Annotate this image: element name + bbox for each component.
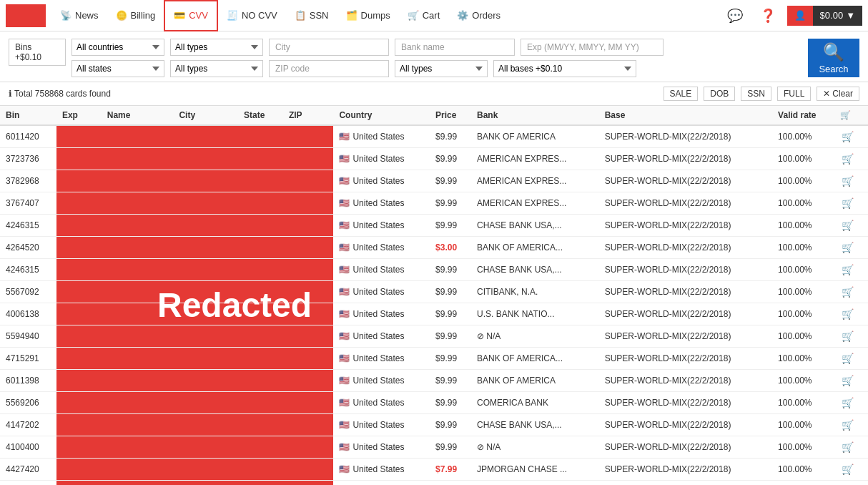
cell-country: 🇺🇸United States (333, 215, 430, 237)
table-row: 6011420XXXXXXXXXXXXXXXXXXXXXXXXXX🇺🇸Unite… (0, 125, 868, 148)
add-to-cart-button[interactable]: 🛒 (840, 351, 855, 366)
cell-bank: ⊘ N/A (471, 436, 599, 459)
cell-bin: 5569206 (0, 392, 56, 414)
cell-price: $9.99 (430, 148, 471, 170)
add-to-cart-button[interactable]: 🛒 (840, 373, 855, 388)
add-to-cart-button[interactable]: 🛒 (840, 196, 855, 210)
add-to-cart-button[interactable]: 🛒 (840, 129, 855, 144)
cell-city: XXXXXXX (173, 481, 238, 486)
cell-country: 🇺🇸United States (333, 192, 430, 215)
cell-country: 🇺🇸United States (333, 170, 430, 192)
table-row: 5594940XXXXXXXXXXXXXXXXXXXXXXXXXX🇺🇸Unite… (0, 325, 868, 348)
add-to-cart-button[interactable]: 🛒 (840, 285, 855, 299)
cell-country: 🇺🇸United States (333, 259, 430, 281)
tag-ssn[interactable]: SSN (741, 87, 771, 101)
country-name: United States (352, 309, 404, 319)
cell-bank: CITIBANK, N.A. (471, 281, 599, 303)
types3-select[interactable]: All types (395, 60, 488, 77)
countries-select[interactable]: All countries (71, 39, 164, 56)
th-bank: Bank (471, 106, 599, 125)
types1-select[interactable]: All types (170, 39, 263, 56)
add-to-cart-button[interactable]: 🛒 (840, 396, 855, 410)
table-row: 4264520XXXXXXXXXXXXXXXXXXXXXXXXXX🇺🇸Unite… (0, 237, 868, 259)
cell-valid-rate: 100.00% (772, 481, 834, 486)
cell-price: $9.99 (430, 414, 471, 436)
nav-ssn[interactable]: 📋 SSN (286, 0, 337, 31)
user-button[interactable]: 👤 (787, 6, 813, 26)
nav-news[interactable]: 📡 News (51, 0, 107, 31)
nav-nocvv[interactable]: 🧾 NO CVV (218, 0, 286, 31)
cell-valid-rate: 100.00% (772, 459, 834, 481)
cell-price: $9.99 (430, 281, 471, 303)
add-to-cart-button[interactable]: 🛒 (840, 152, 855, 166)
th-base: Base (599, 106, 772, 125)
help-button[interactable]: ❓ (754, 5, 781, 26)
nav-cart[interactable]: 🛒 Cart (399, 0, 449, 31)
nav-items: 📡 News 🪙 Billing 💳 CVV 🧾 NO CVV 📋 SSN 🗂️… (51, 0, 721, 31)
nav-cvv[interactable]: 💳 CVV (164, 0, 218, 31)
clear-button[interactable]: ✕ Clear (817, 87, 859, 101)
cell-city: XXXXXXX (173, 259, 238, 281)
chat-button[interactable]: 💬 (721, 5, 749, 26)
add-to-cart-button[interactable]: 🛒 (840, 174, 855, 188)
cell-state: XX (238, 303, 283, 325)
cell-name: XXXXXXXX (102, 215, 174, 237)
th-zip: ZIP (283, 106, 333, 125)
types2-select[interactable]: All types (170, 60, 263, 77)
cell-bin: 4147202 (0, 414, 56, 436)
cell-country: 🇺🇸United States (333, 436, 430, 459)
cell-city: XXXXXXX (173, 392, 238, 414)
nav-billing[interactable]: 🪙 Billing (107, 0, 164, 31)
bases-select[interactable]: All bases +$0.10 (493, 60, 636, 77)
tag-dob[interactable]: DOB (704, 87, 735, 101)
cell-country: 🇺🇸United States (333, 125, 430, 148)
table-row: 6011398XXXXXXXXXXXXXXXXXXXXXXXXXX🇺🇸Unite… (0, 370, 868, 392)
cell-cart-action: 🛒 (834, 125, 868, 148)
add-to-cart-button[interactable]: 🛒 (840, 307, 855, 321)
clear-label: Clear (832, 89, 853, 99)
cell-bin: 4264520 (0, 237, 56, 259)
cell-city: XXXXXXX (173, 325, 238, 348)
cell-bin: 4006138 (0, 303, 56, 325)
bank-input[interactable] (395, 39, 515, 56)
add-to-cart-button[interactable]: 🛒 (840, 263, 855, 277)
nav-dumps[interactable]: 🗂️ Dumps (337, 0, 399, 31)
cell-country: 🇺🇸United States (333, 414, 430, 436)
exp-input[interactable] (521, 39, 664, 56)
states-select[interactable]: All states (71, 60, 164, 77)
balance-button[interactable]: $0.00 ▼ (813, 6, 862, 26)
add-to-cart-button[interactable]: 🛒 (840, 462, 855, 476)
add-to-cart-button[interactable]: 🛒 (840, 329, 855, 343)
cell-cart-action: 🛒 (834, 237, 868, 259)
dumps-icon: 🗂️ (346, 10, 357, 21)
tag-sale[interactable]: SALE (664, 87, 699, 101)
city-input[interactable] (269, 39, 389, 56)
add-to-cart-button[interactable]: 🛒 (840, 218, 855, 232)
nav-orders[interactable]: ⚙️ Orders (448, 0, 509, 31)
cell-name: XXXXXXXX (102, 170, 174, 192)
country-name: United States (352, 198, 404, 208)
cell-cart-action: 🛒 (834, 481, 868, 486)
cell-exp: XXXX (56, 303, 102, 325)
cell-exp: XXXX (56, 215, 102, 237)
cell-bank: CHASE BANK USA,... (471, 259, 599, 281)
add-to-cart-button[interactable]: 🛒 (840, 418, 855, 432)
cell-city: XXXXXXX (173, 370, 238, 392)
add-to-cart-button[interactable]: 🛒 (840, 440, 855, 454)
cell-cart-action: 🛒 (834, 192, 868, 215)
cell-city: XXXXXXX (173, 237, 238, 259)
cell-exp: XXXX (56, 348, 102, 370)
cell-cart-action: 🛒 (834, 370, 868, 392)
search-button[interactable]: 🔍 Search (808, 39, 859, 77)
zip-input[interactable] (269, 60, 389, 77)
add-to-cart-button[interactable]: 🛒 (840, 240, 855, 255)
cell-bank: CHASE BANK USA,... (471, 215, 599, 237)
country-name: United States (352, 420, 404, 430)
nav-dumps-label: Dumps (361, 10, 390, 21)
cell-valid-rate: 100.00% (772, 436, 834, 459)
cell-base: SUPER-WORLD-MIX(22/2/2018) (599, 303, 772, 325)
cell-state: XX (238, 348, 283, 370)
cell-base: SUPER-WORLD-MIX(22/2/2018) (599, 436, 772, 459)
th-state: State (238, 106, 283, 125)
tag-full[interactable]: FULL (777, 87, 811, 101)
